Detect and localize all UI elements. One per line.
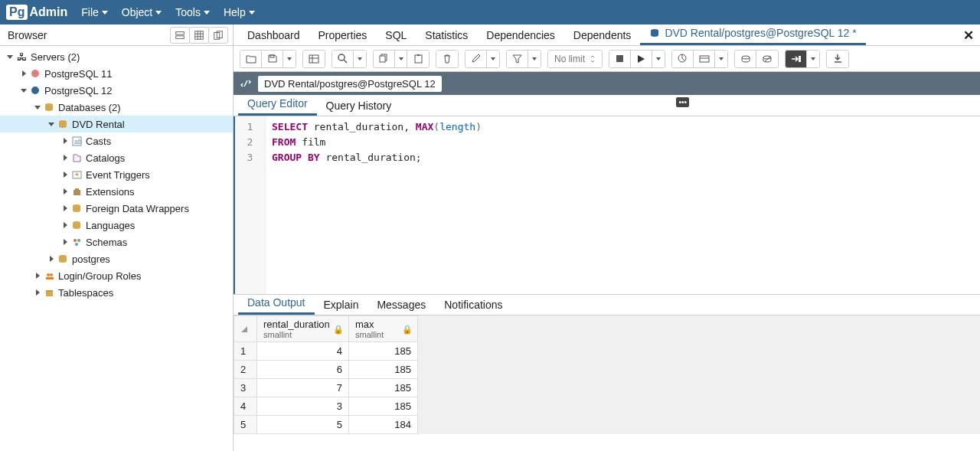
filter-menu-button[interactable]: [528, 51, 541, 67]
svg-rect-45: [799, 56, 801, 62]
col-header-max[interactable]: maxsmallint🔒: [349, 316, 418, 342]
svg-rect-0: [176, 31, 185, 34]
tree-fdw[interactable]: Foreign Data Wrappers: [0, 200, 233, 217]
tree-postgres-db[interactable]: postgres: [0, 250, 233, 267]
col-header-rental-duration[interactable]: rental_durationsmallint🔒: [257, 316, 349, 342]
tree-event-triggers[interactable]: Event Triggers: [0, 166, 233, 183]
tree-databases[interactable]: Databases (2): [0, 99, 233, 116]
copy-button[interactable]: [374, 51, 395, 67]
query-toolbar: No limit: [234, 46, 980, 72]
svg-line-33: [344, 60, 347, 63]
edit-menu-button[interactable]: [487, 51, 499, 67]
roles-icon: [43, 270, 55, 282]
chevron-down-icon: [102, 11, 108, 15]
find-menu-button[interactable]: [354, 51, 366, 67]
edit-button[interactable]: [466, 51, 487, 67]
tab-query-tool[interactable]: DVD Rental/postgres@PostgreSQL 12 *: [640, 23, 865, 45]
open-file-button[interactable]: [240, 51, 262, 67]
save-menu-button[interactable]: [283, 51, 296, 67]
tab-query-history[interactable]: Query History: [317, 96, 401, 116]
browser-panel: Browser 🖧Servers (2) PostgreSQL 11 Postg…: [0, 25, 234, 451]
editor-content[interactable]: SELECT rental_duration, MAX(length) FROM…: [266, 116, 980, 294]
rollback-button[interactable]: [756, 51, 778, 67]
data-row[interactable]: 26185: [234, 361, 418, 379]
browser-tool-3[interactable]: [208, 27, 228, 44]
database-icon: [57, 118, 69, 130]
filter-button[interactable]: [507, 51, 528, 67]
tree-schemas[interactable]: Schemas: [0, 234, 233, 250]
limit-selector[interactable]: No limit: [548, 51, 602, 67]
find-button[interactable]: [332, 51, 354, 67]
svg-rect-26: [46, 277, 54, 279]
tab-properties[interactable]: Properties: [309, 25, 377, 45]
explain-analyze-button[interactable]: [694, 51, 715, 67]
tree-dvd-rental[interactable]: DVD Rental: [0, 116, 233, 132]
main-panel: Dashboard Properties SQL Statistics Depe…: [234, 25, 980, 451]
tab-dashboard[interactable]: Dashboard: [238, 25, 309, 45]
tree-servers[interactable]: 🖧Servers (2): [0, 48, 233, 65]
data-row[interactable]: 43185: [234, 397, 418, 416]
edit-grid-button[interactable]: [303, 51, 325, 67]
svg-rect-29: [309, 55, 318, 63]
clear-button[interactable]: [786, 51, 807, 67]
tree-roles[interactable]: Login/Group Roles: [0, 267, 233, 284]
output-tabs: Data Output Explain Messages Notificatio…: [234, 294, 980, 315]
lock-icon: 🔒: [402, 324, 413, 334]
main-tabs: Dashboard Properties SQL Statistics Depe…: [234, 25, 980, 46]
tree-pg12[interactable]: PostgreSQL 12: [0, 82, 233, 99]
tab-notifications[interactable]: Notifications: [435, 295, 511, 315]
elephant-icon: [29, 84, 41, 96]
tree-tablespaces[interactable]: Tablespaces: [0, 284, 233, 301]
menu-help[interactable]: Help: [224, 6, 255, 18]
menu-file[interactable]: File: [81, 6, 108, 18]
execute-menu-button[interactable]: [652, 51, 665, 67]
query-tool-icon: [649, 28, 660, 38]
tab-dependencies[interactable]: Dependencies: [477, 25, 564, 45]
data-row[interactable]: 14185: [234, 342, 418, 361]
menu-tools[interactable]: Tools: [175, 6, 210, 18]
explain-menu-button[interactable]: [715, 51, 727, 67]
tree-extensions[interactable]: Extensions: [0, 183, 233, 200]
tree-casts[interactable]: abCasts: [0, 132, 233, 149]
tab-sql[interactable]: SQL: [376, 25, 416, 45]
svg-rect-35: [380, 56, 385, 62]
browser-tool-1[interactable]: [170, 27, 190, 44]
tab-messages[interactable]: Messages: [368, 295, 435, 315]
svg-point-10: [31, 87, 39, 94]
tab-data-output[interactable]: Data Output: [238, 292, 315, 315]
browser-title: Browser: [8, 29, 47, 41]
browser-tool-2[interactable]: [189, 27, 209, 44]
explain-button[interactable]: [672, 51, 694, 67]
tab-dependents[interactable]: Dependents: [564, 25, 641, 45]
data-row[interactable]: 55184: [234, 416, 418, 434]
tree-languages[interactable]: Languages: [0, 217, 233, 234]
svg-rect-37: [417, 54, 420, 56]
clear-menu-button[interactable]: [807, 51, 819, 67]
browser-tree[interactable]: 🖧Servers (2) PostgreSQL 11 PostgreSQL 12…: [0, 46, 233, 303]
tree-pg11[interactable]: PostgreSQL 11: [0, 65, 233, 82]
tab-query-editor[interactable]: Query Editor: [238, 93, 317, 116]
sql-editor[interactable]: 1 2 3 SELECT rental_duration, MAX(length…: [234, 116, 980, 294]
execute-button[interactable]: [631, 51, 652, 67]
save-button[interactable]: [262, 51, 283, 67]
scratch-pad-toggle[interactable]: •••: [676, 97, 689, 107]
menu-object[interactable]: Object: [122, 6, 162, 18]
svg-rect-36: [415, 55, 422, 63]
delete-button[interactable]: [436, 51, 458, 67]
extensions-icon: [70, 185, 83, 198]
row-header-corner[interactable]: [234, 316, 257, 342]
grid-empty-area: [418, 315, 980, 434]
download-button[interactable]: [827, 51, 848, 67]
copy-menu-button[interactable]: [395, 51, 407, 67]
commit-button[interactable]: [735, 51, 756, 67]
tab-statistics[interactable]: Statistics: [416, 25, 477, 45]
connection-label[interactable]: DVD Rental/postgres@PostgreSQL 12: [258, 76, 442, 92]
tab-explain[interactable]: Explain: [315, 295, 368, 315]
data-output-grid[interactable]: rental_durationsmallint🔒 maxsmallint🔒 14…: [234, 315, 980, 434]
paste-button[interactable]: [407, 51, 429, 67]
tree-catalogs[interactable]: Catalogs: [0, 149, 233, 166]
query-sub-tabs: Query Editor Query History •••: [234, 95, 980, 116]
data-row[interactable]: 37185: [234, 379, 418, 397]
tab-close-button[interactable]: ✕: [963, 28, 974, 44]
stop-button[interactable]: [609, 51, 631, 67]
